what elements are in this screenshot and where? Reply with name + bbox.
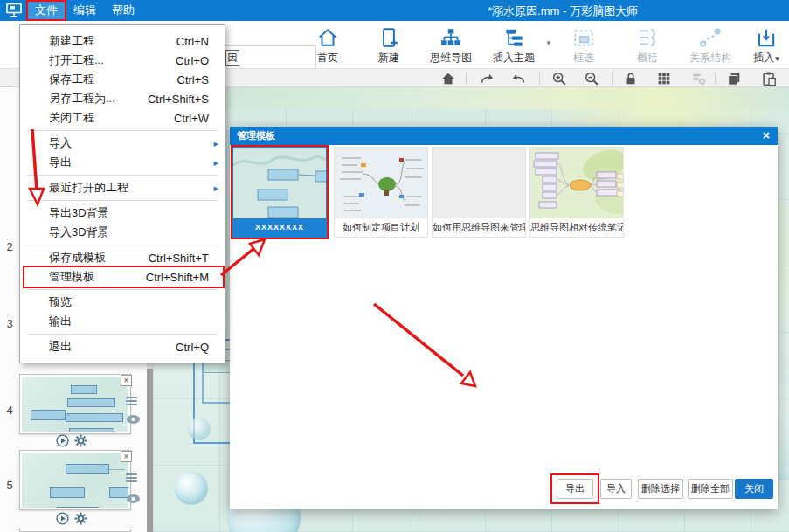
title-bar: 文件 编辑 帮助 *溺水原因.mm - 万彩脑图大师 — [0, 0, 789, 21]
slide-settings-icon[interactable] — [74, 512, 87, 529]
slide-thumbnail-5[interactable] — [19, 450, 131, 510]
toolbar-new-button[interactable]: 新建 — [357, 24, 420, 66]
delete-all-button[interactable]: 删除全部 — [688, 479, 733, 499]
paste-icon[interactable] — [758, 70, 779, 87]
slide-controls — [56, 512, 87, 529]
slide-thumbnail-4[interactable] — [19, 374, 131, 434]
slide-settings-icon[interactable] — [74, 434, 87, 451]
template-label: 如何用思维导图来管理工... — [433, 218, 525, 237]
template-card[interactable]: 思维导图相对传统笔记有... — [529, 147, 624, 238]
new-document-icon — [357, 24, 420, 51]
template-thumbnail — [335, 148, 427, 220]
toolbar-summary-button[interactable]: 概括 — [616, 24, 679, 66]
slide-thumbnail-image — [22, 453, 128, 508]
template-card[interactable]: 如何用思维导图来管理工... — [432, 147, 526, 238]
menu-item-exit[interactable]: 退出Ctrl+Q — [20, 337, 225, 356]
slide-delete-icon[interactable]: × — [121, 451, 132, 462]
marquee-select-icon — [552, 24, 615, 51]
import-button[interactable]: 导入 — [600, 479, 632, 499]
summary-icon — [616, 24, 679, 51]
copy-icon[interactable] — [723, 70, 744, 87]
menu-item-open-project[interactable]: 打开工程...Ctrl+O — [20, 51, 225, 70]
file-menu: 新建工程Ctrl+N 打开工程...Ctrl+O 保存工程Ctrl+S 另存工程… — [19, 24, 225, 363]
slide-number: 4 — [3, 404, 16, 417]
menu-item-save-project-as[interactable]: 另存工程为...Ctrl+Shift+S — [20, 89, 225, 108]
dialog-close-icon[interactable]: × — [763, 128, 770, 142]
menu-item-export-3d-background[interactable]: 导出3D背景 — [20, 204, 225, 223]
menu-separator — [27, 200, 218, 201]
template-label: XXXXXXXX — [233, 218, 326, 237]
menu-separator — [27, 175, 218, 176]
bubble-decoration — [175, 472, 208, 505]
menu-help[interactable]: 帮助 — [104, 1, 142, 20]
layout-settings-icon[interactable] — [689, 70, 709, 87]
dropdown-caret-icon: ▾ — [775, 54, 779, 63]
menu-item-import-3d-background[interactable]: 导入3D背景 — [20, 223, 225, 242]
toolbar-insert-button[interactable]: 插入▾ — [735, 24, 789, 66]
slide-play-icon[interactable] — [56, 434, 69, 451]
template-label: 思维导图相对传统笔记有... — [530, 218, 623, 237]
submenu-arrow-icon: ▸ — [213, 183, 218, 194]
app-logo-icon — [4, 2, 24, 19]
relationship-structure-icon — [679, 24, 742, 51]
slide-panel-scrollbar-thumb[interactable] — [147, 369, 153, 532]
slide-thumbnail-image — [22, 377, 128, 432]
redo-icon[interactable] — [476, 70, 497, 87]
zoom-out-icon[interactable] — [581, 70, 602, 87]
slide-visibility-icon[interactable] — [126, 492, 141, 508]
menu-separator — [27, 245, 218, 245]
menu-file[interactable]: 文件 — [27, 1, 66, 20]
menu-item-import[interactable]: 导入▸ — [20, 134, 225, 153]
menu-item-new-project[interactable]: 新建工程Ctrl+N — [20, 31, 225, 51]
slide-menu-icon[interactable] — [126, 395, 137, 407]
submenu-arrow-icon: ▸ — [213, 138, 218, 149]
insert-icon — [735, 24, 789, 51]
slide-delete-icon[interactable]: × — [121, 375, 132, 386]
menu-item-preview[interactable]: 预览 — [20, 293, 225, 312]
window-title: *溺水原因.mm - 万彩脑图大师 — [488, 3, 638, 19]
menu-item-recent-projects[interactable]: 最近打开的工程▸ — [20, 178, 225, 197]
menu-item-output[interactable]: 输出 — [20, 312, 225, 331]
slide-menu-icon[interactable] — [126, 472, 137, 484]
template-thumbnail — [530, 148, 623, 220]
slide-number: 2 — [3, 240, 16, 253]
lock-icon[interactable] — [620, 70, 641, 87]
slide-thumbnail-partial[interactable] — [19, 529, 131, 532]
toolbar-relationship-button[interactable]: 关系结构 — [679, 24, 742, 66]
menu-item-close-project[interactable]: 关闭工程Ctrl+W — [20, 108, 225, 128]
delete-selected-button[interactable]: 删除选择 — [638, 479, 683, 499]
app-window: 2 3 4 5 × — [0, 0, 789, 532]
grid-icon[interactable] — [654, 70, 675, 87]
toolbar-marquee-select-button[interactable]: 框选 — [552, 24, 615, 66]
toolbar-insert-topic-button[interactable]: 插入主题 ▾ — [482, 24, 545, 66]
menu-item-save-as-template[interactable]: 保存成模板Ctrl+Shift+T — [20, 248, 225, 267]
menu-item-save-project[interactable]: 保存工程Ctrl+S — [20, 70, 225, 89]
template-thumbnail — [433, 148, 525, 220]
toolbar-mindmap-button[interactable]: 思维导图 — [419, 24, 482, 66]
menu-item-manage-templates[interactable]: 管理模板Ctrl+Shift+M — [20, 267, 225, 287]
menu-item-export[interactable]: 导出▸ — [20, 153, 225, 172]
submenu-arrow-icon: ▸ — [213, 157, 218, 169]
slide-play-icon[interactable] — [56, 512, 69, 529]
manage-templates-dialog: 管理模板 × XXXXXXXX 如何制定项目计划 如何用思维导图来管理工... … — [230, 127, 778, 509]
template-card[interactable]: 如何制定项目计划 — [334, 147, 428, 238]
slide-controls — [56, 434, 87, 451]
template-card-selected[interactable]: XXXXXXXX — [232, 147, 327, 238]
mindmap-icon — [419, 24, 482, 51]
menu-separator — [27, 334, 218, 335]
menu-separator — [27, 289, 218, 290]
insert-topic-icon — [482, 24, 545, 51]
close-button[interactable]: 关闭 — [735, 479, 773, 499]
partial-topic-text: 因 — [225, 50, 239, 66]
export-button[interactable]: 导出 — [557, 479, 593, 499]
home-icon[interactable] — [438, 70, 459, 87]
slide-number: 3 — [3, 317, 16, 330]
menu-edit[interactable]: 编辑 — [66, 1, 104, 20]
undo-icon[interactable] — [509, 70, 529, 87]
dropdown-caret-icon[interactable]: ▾ — [546, 38, 550, 47]
dialog-header: 管理模板 × — [230, 127, 778, 145]
zoom-in-icon[interactable] — [549, 70, 570, 87]
dialog-title: 管理模板 — [237, 129, 275, 142]
slide-visibility-icon[interactable] — [126, 412, 141, 428]
menu-separator — [27, 130, 218, 131]
